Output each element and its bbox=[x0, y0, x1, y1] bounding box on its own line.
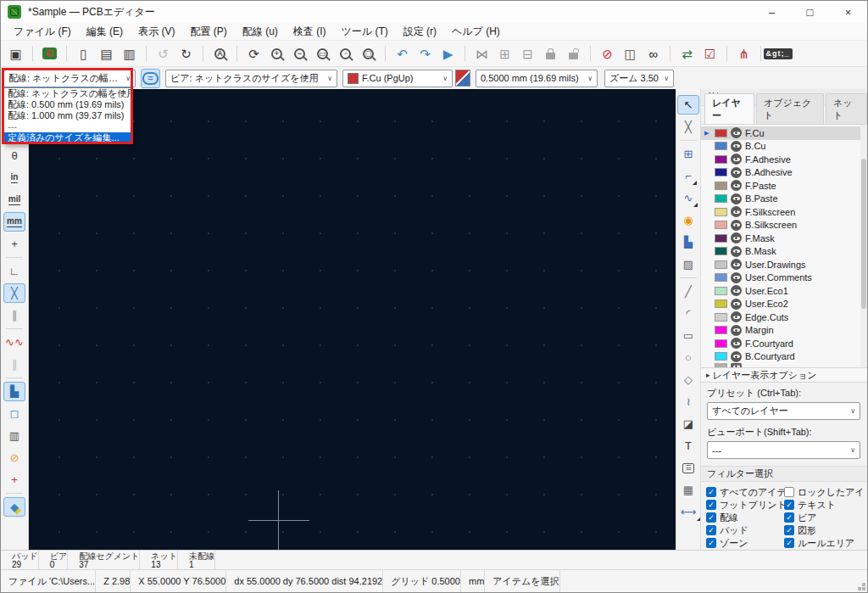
checkbox[interactable] bbox=[784, 538, 794, 548]
active-layer-select[interactable]: F.Cu (PgUp) ∨ bbox=[342, 70, 453, 87]
menu-item[interactable]: ヘルプ (H) bbox=[444, 25, 508, 39]
visibility-eye-icon[interactable] bbox=[731, 154, 742, 165]
visibility-eye-icon[interactable] bbox=[731, 232, 742, 243]
polar-coordinates-toggle[interactable]: θ bbox=[3, 146, 25, 165]
filter-item[interactable]: テキスト bbox=[784, 499, 862, 511]
filter-item[interactable]: パッド bbox=[706, 524, 784, 536]
visibility-eye-icon[interactable] bbox=[731, 127, 742, 138]
menu-item[interactable]: 編集 (E) bbox=[79, 25, 131, 39]
layer-color-swatch[interactable] bbox=[715, 352, 727, 361]
draw-bezier-tool[interactable]: ≀ bbox=[677, 392, 699, 411]
layer-color-swatch[interactable] bbox=[715, 221, 727, 229]
checkbox[interactable] bbox=[706, 525, 716, 535]
checkbox[interactable] bbox=[706, 487, 716, 497]
visibility-eye-icon[interactable] bbox=[731, 167, 742, 178]
layer-color-swatch[interactable] bbox=[715, 194, 727, 203]
layer-color-swatch[interactable] bbox=[715, 142, 727, 150]
visibility-eye-icon[interactable] bbox=[731, 325, 742, 336]
checkbox[interactable] bbox=[706, 538, 716, 548]
layer-row[interactable]: ▶ F.Cu bbox=[701, 126, 867, 140]
layer-row[interactable]: ▶ F.Paste bbox=[701, 179, 867, 193]
draw-rectangle-tool[interactable]: ▭ bbox=[677, 326, 699, 345]
route-tracks-tool[interactable]: ⌐ bbox=[677, 166, 699, 186]
layer-color-swatch[interactable] bbox=[715, 313, 727, 322]
menu-item[interactable]: ファイル (F) bbox=[6, 25, 79, 39]
layer-color-swatch[interactable] bbox=[715, 287, 727, 295]
visibility-eye-icon[interactable] bbox=[731, 220, 742, 231]
dropdown-option[interactable]: 配線: 1.000 mm (39.37 mils) bbox=[4, 110, 131, 121]
layer-color-swatch[interactable] bbox=[715, 260, 727, 269]
undo-button[interactable]: ↺ bbox=[152, 42, 175, 64]
ungroup-button[interactable]: ⊟ bbox=[516, 42, 539, 64]
visibility-eye-icon[interactable] bbox=[731, 311, 742, 322]
layer-color-swatch[interactable] bbox=[715, 273, 727, 282]
dropdown-option[interactable]: 定義済みのサイズを編集... bbox=[4, 132, 131, 143]
show-ratsnest-toggle[interactable]: ╳ bbox=[3, 283, 25, 303]
redo-button[interactable]: ↻ bbox=[175, 42, 198, 64]
panel-tab[interactable]: オブジェクト bbox=[756, 93, 824, 124]
place-text-tool[interactable]: T bbox=[677, 436, 699, 456]
layer-color-swatch[interactable] bbox=[715, 339, 727, 348]
3d-viewer-button[interactable]: ∞ bbox=[642, 42, 665, 64]
sketch-tracks-toggle[interactable]: ∿∿ bbox=[3, 333, 25, 352]
visibility-eye-icon[interactable] bbox=[731, 193, 742, 204]
viewport-select[interactable]: --- ∨ bbox=[707, 441, 860, 459]
filter-item[interactable]: すべてのアイテム bbox=[706, 486, 784, 498]
layer-row[interactable]: ▶ B.Adhesive bbox=[701, 166, 867, 180]
preset-select[interactable]: すべてのレイヤー ∨ bbox=[707, 402, 860, 420]
layer-color-swatch[interactable] bbox=[715, 299, 727, 308]
rotate-ccw-button[interactable]: ↶ bbox=[391, 42, 414, 64]
visibility-eye-icon[interactable] bbox=[731, 141, 742, 152]
checkbox[interactable] bbox=[784, 525, 794, 535]
layer-row[interactable]: ▶ B.Silkscreen bbox=[701, 219, 867, 232]
mirror-button[interactable]: ⋈ bbox=[470, 42, 493, 64]
zone-display-filled-toggle[interactable]: ▙ bbox=[3, 382, 25, 401]
dropdown-option[interactable]: 配線: 0.500 mm (19.69 mils) bbox=[4, 99, 131, 110]
table-tool[interactable]: ▦ bbox=[677, 480, 699, 500]
visibility-eye-icon[interactable] bbox=[731, 351, 742, 362]
place-via-tool[interactable]: ◉ bbox=[677, 210, 699, 230]
layer-pair-button[interactable] bbox=[455, 70, 470, 87]
pcb-canvas[interactable] bbox=[29, 89, 676, 550]
menu-item[interactable]: 配線 (u) bbox=[235, 25, 286, 39]
update-pcb-from-schematic-button[interactable]: ⇄ bbox=[676, 42, 698, 64]
tune-length-tool[interactable]: ∿ bbox=[677, 188, 699, 208]
checkbox[interactable] bbox=[784, 500, 794, 510]
select-tool[interactable]: ↖ bbox=[677, 95, 699, 115]
board-setup-button[interactable]: ⚙ bbox=[38, 42, 61, 64]
zoom-fit-button[interactable]: ▭ bbox=[311, 42, 334, 64]
draw-circle-tool[interactable]: ○ bbox=[677, 348, 699, 367]
units-mils-toggle[interactable]: mil bbox=[3, 190, 25, 210]
layer-row[interactable]: ▶ F.Adhesive bbox=[701, 153, 867, 166]
library-browser-button[interactable]: ◫ bbox=[619, 42, 642, 64]
ratsnest-lines-toggle[interactable]: ∟ bbox=[3, 261, 25, 281]
filter-item[interactable]: ルールエリア bbox=[784, 537, 862, 549]
layer-color-swatch[interactable] bbox=[715, 234, 727, 243]
draw-arc-tool[interactable]: ◜ bbox=[677, 304, 699, 323]
layer-row[interactable]: ▶ User.Eco2 bbox=[701, 298, 867, 311]
visibility-eye-icon[interactable] bbox=[731, 272, 742, 283]
scrollbar[interactable] bbox=[860, 125, 867, 367]
units-inches-toggle[interactable]: in bbox=[3, 168, 25, 187]
place-image-tool[interactable]: ◪ bbox=[677, 414, 699, 434]
layer-row[interactable]: ▶ Margin bbox=[701, 324, 867, 338]
grid-select[interactable]: 0.5000 mm (19.69 mils) ∨ bbox=[476, 70, 598, 87]
visibility-eye-icon[interactable] bbox=[731, 285, 742, 296]
layer-row[interactable]: ▶ B.Cu bbox=[701, 140, 867, 154]
menu-item[interactable]: 配置 (P) bbox=[182, 25, 234, 39]
draw-line-tool[interactable]: ╱ bbox=[677, 282, 699, 301]
dropdown-option[interactable]: --- bbox=[4, 121, 131, 132]
track-width-select[interactable]: 配線: ネットクラスの幅を使用 ∨ bbox=[3, 70, 136, 87]
layer-color-swatch[interactable] bbox=[715, 155, 727, 164]
layer-color-swatch[interactable] bbox=[715, 247, 727, 255]
zone-display-outline-toggle[interactable]: ◻ bbox=[3, 404, 25, 423]
flip-board-view-button[interactable]: ▶ bbox=[437, 42, 459, 64]
zoom-objects-button[interactable]: ◦ bbox=[334, 42, 357, 64]
layer-color-swatch[interactable] bbox=[715, 129, 727, 137]
plot-button[interactable]: ▥ bbox=[118, 42, 141, 64]
drc-button[interactable]: ☑ bbox=[698, 42, 721, 64]
sketch-vias-toggle[interactable]: ∥ bbox=[3, 355, 25, 374]
close-button[interactable]: × bbox=[829, 1, 867, 23]
dropdown-option[interactable]: 配線: ネットクラスの幅を使用 bbox=[4, 88, 131, 99]
crosshair-cursor-toggle[interactable]: + bbox=[3, 234, 25, 254]
